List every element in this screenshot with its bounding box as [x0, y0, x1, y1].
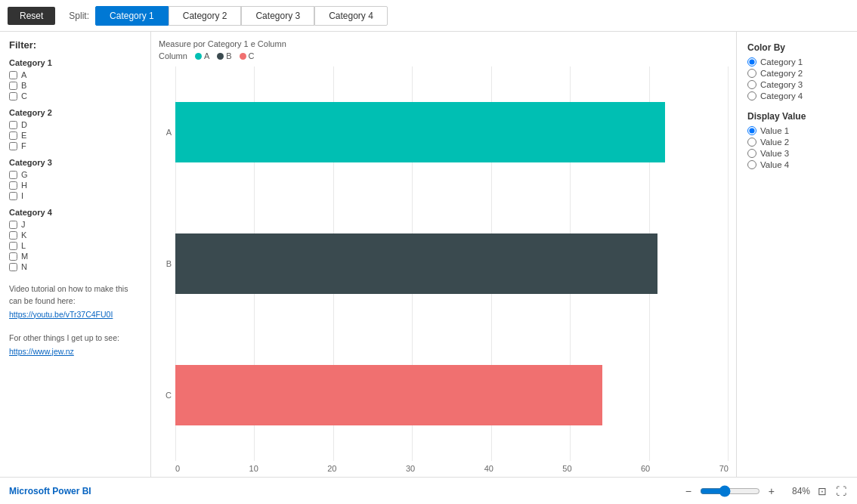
x-axis-label: 0: [175, 464, 180, 473]
filter-checkbox[interactable]: [9, 181, 17, 190]
split-tab-1[interactable]: Category 1: [95, 6, 169, 26]
filter-title: Filter:: [9, 39, 141, 51]
display-value-item: Value 3: [747, 149, 846, 158]
y-axis-label: A: [166, 111, 172, 153]
filter-item-label[interactable]: N: [21, 262, 27, 271]
chart-container: ABC 010203040506070: [159, 66, 729, 473]
zoom-slider[interactable]: [700, 485, 760, 497]
display-value-label[interactable]: Value 4: [760, 160, 789, 169]
display-value-radio[interactable]: [747, 138, 756, 147]
split-tab-3[interactable]: Category 3: [241, 6, 314, 26]
filter-checkbox[interactable]: [9, 231, 17, 240]
filter-checkbox[interactable]: [9, 263, 17, 271]
filter-item-label[interactable]: G: [21, 170, 28, 179]
website-link[interactable]: https://www.jew.nz: [9, 346, 141, 358]
color-by-label[interactable]: Category 4: [760, 91, 803, 100]
filter-item: I: [9, 191, 141, 200]
filter-checkbox[interactable]: [9, 92, 17, 100]
y-axis-label: B: [166, 243, 172, 285]
filter-item: B: [9, 81, 141, 90]
filter-item-label[interactable]: M: [21, 252, 28, 261]
reset-button[interactable]: Reset: [8, 7, 55, 25]
legend-label-c: C: [249, 51, 255, 60]
display-value-radio[interactable]: [747, 160, 756, 169]
note-text: Video tutorial on how to make this can b…: [9, 284, 128, 305]
sidebar-note: Video tutorial on how to make this can b…: [9, 283, 141, 358]
filter-item-label[interactable]: K: [21, 230, 26, 240]
color-by-radio[interactable]: [747, 91, 756, 100]
zoom-minus-button[interactable]: −: [683, 485, 694, 497]
filter-checkbox[interactable]: [9, 131, 17, 140]
display-value-label[interactable]: Value 3: [760, 149, 789, 158]
filter-checkbox[interactable]: [9, 121, 17, 129]
legend-dot-b: [217, 53, 224, 60]
brand-link[interactable]: Microsoft Power BI: [9, 486, 91, 496]
filter-checkbox[interactable]: [9, 192, 17, 200]
filter-category-title: Category 1: [9, 58, 141, 67]
bottom-bar: Microsoft Power BI − + 84% ⊡ ⛶: [0, 477, 857, 504]
filter-checkbox[interactable]: [9, 142, 17, 150]
display-value-options: Value 1Value 2Value 3Value 4: [747, 126, 846, 169]
filter-checkbox[interactable]: [9, 71, 17, 79]
color-by-label[interactable]: Category 2: [760, 69, 803, 78]
chart-area: Measure por Category 1 e Column Column A…: [151, 32, 736, 477]
legend-dot-c: [240, 53, 246, 60]
display-value-radio[interactable]: [747, 126, 756, 135]
legend-label-b: B: [226, 51, 231, 60]
chart-inner: ABC: [159, 66, 729, 461]
right-panel: Color By Category 1Category 2Category 3C…: [736, 32, 857, 477]
filter-checkbox[interactable]: [9, 242, 17, 250]
color-by-radio[interactable]: [747, 69, 756, 78]
filter-item-label[interactable]: A: [21, 70, 26, 79]
filter-item-label[interactable]: E: [21, 131, 26, 140]
filter-item: M: [9, 252, 141, 261]
tutorial-link[interactable]: https://youtu.be/vTr37C4FU0I: [9, 309, 141, 321]
filter-item-label[interactable]: J: [21, 220, 26, 229]
display-value-radio[interactable]: [747, 149, 756, 158]
y-axis: ABC: [159, 66, 175, 461]
x-axis: 010203040506070: [175, 461, 729, 473]
display-value-label[interactable]: Value 2: [760, 138, 789, 147]
split-tab-2[interactable]: Category 2: [169, 6, 242, 26]
chart-bar-b: [175, 233, 657, 294]
zoom-plus-button[interactable]: +: [766, 485, 777, 497]
x-axis-label: 50: [562, 464, 571, 473]
color-by-label[interactable]: Category 1: [760, 57, 803, 66]
filter-item-label[interactable]: H: [21, 181, 27, 190]
filter-checkbox[interactable]: [9, 171, 17, 179]
filter-checkbox[interactable]: [9, 221, 17, 229]
bar-row: [175, 356, 729, 434]
bottom-right: − + 84% ⊡ ⛶: [683, 485, 848, 497]
filter-item-label[interactable]: I: [21, 191, 23, 200]
filter-item: L: [9, 241, 141, 250]
x-axis-label: 30: [406, 464, 415, 473]
filter-item-label[interactable]: C: [21, 91, 27, 100]
legend-item-a: A: [195, 51, 209, 60]
x-axis-label: 20: [327, 464, 336, 473]
x-axis-label: 10: [249, 464, 258, 473]
filter-item-label[interactable]: D: [21, 120, 27, 129]
filter-item: F: [9, 141, 141, 150]
filter-checkbox[interactable]: [9, 252, 17, 261]
chart-bar-c: [175, 365, 602, 425]
filter-item-label[interactable]: F: [21, 141, 26, 150]
filter-item-label[interactable]: B: [21, 81, 26, 90]
filter-item: C: [9, 91, 141, 100]
display-value-label[interactable]: Value 1: [760, 126, 789, 135]
chart-title: Measure por Category 1 e Column: [159, 39, 729, 48]
color-by-radio[interactable]: [747, 57, 756, 66]
x-axis-label: 60: [641, 464, 650, 473]
color-by-radio[interactable]: [747, 80, 756, 89]
fullscreen-button[interactable]: ⛶: [834, 485, 848, 497]
legend-item-c: C: [240, 51, 255, 60]
filter-item: G: [9, 170, 141, 179]
color-by-item: Category 3: [747, 80, 846, 89]
chart-bar-a: [175, 102, 665, 162]
filter-checkbox[interactable]: [9, 82, 17, 90]
filter-item-label[interactable]: L: [21, 241, 26, 250]
legend-column-label: Column: [159, 51, 187, 60]
split-tab-4[interactable]: Category 4: [314, 6, 388, 26]
bar-row: [175, 224, 729, 303]
color-by-label[interactable]: Category 3: [760, 80, 803, 89]
fit-page-button[interactable]: ⊡: [816, 485, 828, 497]
